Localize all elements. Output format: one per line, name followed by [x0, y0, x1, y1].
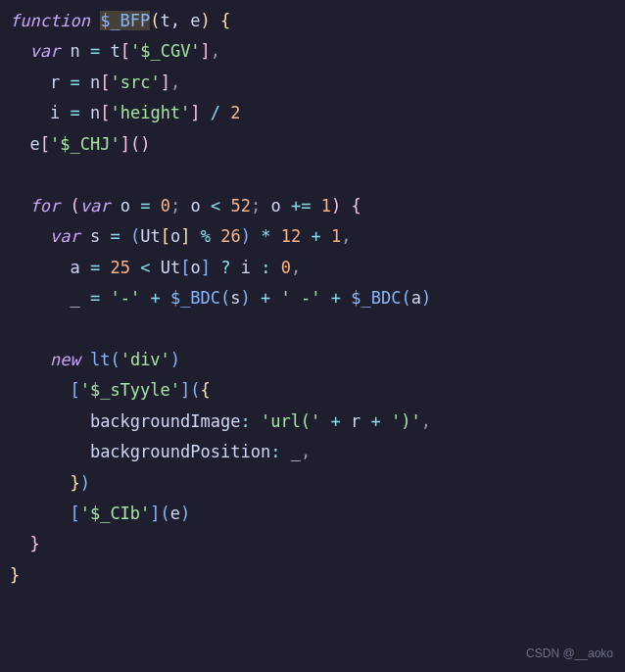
watermark: CSDN @__aoko	[526, 643, 613, 664]
line-17: ['$_CIb'](e)	[10, 504, 190, 523]
line-2: var n = t['$_CGV'],	[10, 41, 220, 61]
line-1: function $_BFP(t, e) {	[10, 11, 230, 30]
line-16: })	[10, 473, 90, 493]
line-3: r = n['src'],	[10, 72, 180, 92]
line-19: }	[10, 565, 20, 585]
line-7: for (var o = 0; o < 52; o += 1) {	[10, 196, 361, 216]
function-name: $_BFP	[100, 11, 150, 30]
line-12: new lt('div')	[10, 350, 180, 369]
line-9: a = 25 < Ut[o] ? i : 0,	[10, 258, 301, 277]
line-5: e['$_CHJ']()	[10, 134, 150, 154]
line-8: var s = (Ut[o] % 26) * 12 + 1,	[10, 226, 351, 246]
line-4: i = n['height'] / 2	[10, 103, 241, 122]
keyword-function: function	[10, 11, 90, 30]
line-14: backgroundImage: 'url(' + r + ')',	[10, 411, 431, 431]
line-13: ['$_sTyyle']({	[10, 380, 211, 400]
line-15: backgroundPosition: _,	[10, 442, 311, 461]
code-block: function $_BFP(t, e) { var n = t['$_CGV'…	[0, 0, 625, 597]
line-18: }	[10, 534, 40, 553]
line-10: _ = '-' + $_BDC(s) + ' -' + $_BDC(a)	[10, 288, 431, 308]
